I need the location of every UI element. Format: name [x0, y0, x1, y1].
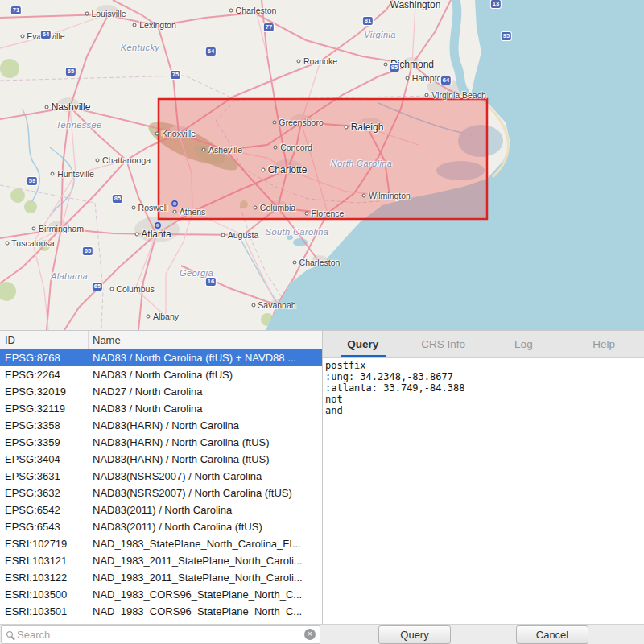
- crs-id: EPSG:3631: [0, 470, 89, 482]
- tab-query[interactable]: Query: [323, 331, 403, 357]
- tab-bar: Query CRS Info Log Help: [323, 331, 644, 358]
- crs-name: NAD83(HARN) / North Carolina: [89, 419, 322, 431]
- crs-name: NAD83(2011) / North Carolina (ftUS): [89, 521, 322, 533]
- table-row[interactable]: EPSG:2264NAD83 / North Carolina (ftUS): [0, 366, 322, 383]
- crs-name: NAD83 / North Carolina (ftUS): [89, 369, 322, 381]
- crs-id: EPSG:3404: [0, 453, 89, 465]
- crs-id: EPSG:6542: [0, 504, 89, 516]
- tab-log[interactable]: Log: [484, 331, 564, 357]
- crs-table-body: EPSG:8768NAD83 / North Carolina (ftUS) +…: [0, 349, 322, 620]
- tab-crs-info[interactable]: CRS Info: [403, 331, 484, 357]
- crs-id: ESRI:103500: [0, 588, 89, 601]
- crs-id: ESRI:103121: [0, 555, 89, 567]
- crs-name: NAD27 / North Carolina: [89, 386, 322, 398]
- crs-name: NAD_1983_2011_StatePlane_North_Caroli...: [89, 572, 322, 584]
- table-row[interactable]: EPSG:8768NAD83 / North Carolina (ftUS) +…: [0, 349, 322, 366]
- search-box[interactable]: ×: [1, 625, 320, 644]
- table-row[interactable]: ESRI:103501NAD_1983_CORS96_StatePlane_No…: [0, 603, 322, 620]
- search-input[interactable]: [13, 628, 304, 642]
- column-header-id[interactable]: ID: [0, 331, 89, 349]
- crs-name: NAD83(NSRS2007) / North Carolina: [89, 470, 322, 482]
- cancel-button[interactable]: Cancel: [516, 625, 588, 644]
- table-row[interactable]: EPSG:32019NAD27 / North Carolina: [0, 383, 322, 400]
- table-row[interactable]: EPSG:32119NAD83 / North Carolina: [0, 400, 322, 417]
- query-button[interactable]: Query: [378, 625, 451, 644]
- app-window: LouisvilleCharlestonWashingtonLexingtonE…: [0, 0, 644, 644]
- table-row[interactable]: EPSG:3404NAD83(HARN) / North Carolina (f…: [0, 451, 322, 468]
- map-svg: [0, 0, 644, 330]
- chesapeake-bay: [454, 0, 464, 92]
- query-editor[interactable]: postfix :ung: 34.2348,-83.8677 :atlanta:…: [323, 358, 644, 624]
- crs-name: NAD_1983_2011_StatePlane_North_Caroli...: [89, 555, 322, 567]
- table-row[interactable]: EPSG:3358NAD83(HARN) / North Carolina: [0, 417, 322, 434]
- crs-name: NAD83(2011) / North Carolina: [89, 504, 322, 516]
- column-header-name[interactable]: Name: [89, 334, 322, 346]
- query-point-marker: [155, 223, 160, 228]
- clear-search-icon[interactable]: ×: [304, 629, 316, 640]
- crs-id: EPSG:8768: [0, 352, 89, 364]
- crs-name: NAD83(HARN) / North Carolina (ftUS): [89, 436, 322, 448]
- crs-id: EPSG:6543: [0, 521, 89, 533]
- table-row[interactable]: ESRI:103500NAD_1983_CORS96_StatePlane_No…: [0, 586, 322, 603]
- search-icon: [6, 631, 13, 638]
- table-row[interactable]: ESRI:102719NAD_1983_StatePlane_North_Car…: [0, 535, 322, 552]
- crs-name: NAD83 / North Carolina (ftUS) + NAVD88 .…: [89, 352, 322, 364]
- table-row[interactable]: EPSG:3631NAD83(NSRS2007) / North Carolin…: [0, 468, 322, 485]
- crs-name: NAD83(HARN) / North Carolina (ftUS): [89, 453, 322, 465]
- crs-name: NAD_1983_StatePlane_North_Carolina_FI...: [89, 538, 322, 550]
- selection-rectangle: [159, 99, 487, 219]
- table-row[interactable]: ESRI:103121NAD_1983_2011_StatePlane_Nort…: [0, 552, 322, 569]
- crs-name: NAD_1983_CORS96_StatePlane_North_C...: [89, 605, 322, 617]
- table-row[interactable]: ESRI:103122NAD_1983_2011_StatePlane_Nort…: [0, 569, 322, 586]
- crs-id: ESRI:103501: [0, 605, 89, 617]
- query-point-marker: [172, 201, 177, 206]
- crs-id: EPSG:3359: [0, 436, 89, 448]
- table-row[interactable]: EPSG:3359NAD83(HARN) / North Carolina (f…: [0, 434, 322, 451]
- crs-name: NAD83(NSRS2007) / North Carolina (ftUS): [89, 487, 322, 499]
- crs-id: EPSG:3632: [0, 487, 89, 499]
- crs-id: EPSG:3358: [0, 419, 89, 431]
- crs-table-panel: ID Name EPSG:8768NAD83 / North Carolina …: [0, 330, 322, 624]
- table-header: ID Name: [0, 331, 322, 349]
- table-row[interactable]: EPSG:3632NAD83(NSRS2007) / North Carolin…: [0, 485, 322, 502]
- crs-id: EPSG:2264: [0, 369, 89, 381]
- crs-id: EPSG:32019: [0, 386, 89, 398]
- tab-help[interactable]: Help: [564, 331, 644, 357]
- right-panel: Query CRS Info Log Help postfix :ung: 34…: [322, 330, 644, 624]
- table-row[interactable]: EPSG:6542NAD83(2011) / North Carolina: [0, 502, 322, 518]
- crs-id: EPSG:32119: [0, 402, 89, 415]
- crs-name: NAD83 / North Carolina: [89, 402, 322, 415]
- crs-name: NAD_1983_CORS96_StatePlane_North_C...: [89, 588, 322, 601]
- bottom-bar: × Query Cancel: [0, 624, 644, 644]
- crs-id: ESRI:103122: [0, 572, 89, 584]
- map-view[interactable]: LouisvilleCharlestonWashingtonLexingtonE…: [0, 0, 644, 330]
- table-row[interactable]: EPSG:6543NAD83(2011) / North Carolina (f…: [0, 518, 322, 535]
- crs-id: ESRI:102719: [0, 538, 89, 550]
